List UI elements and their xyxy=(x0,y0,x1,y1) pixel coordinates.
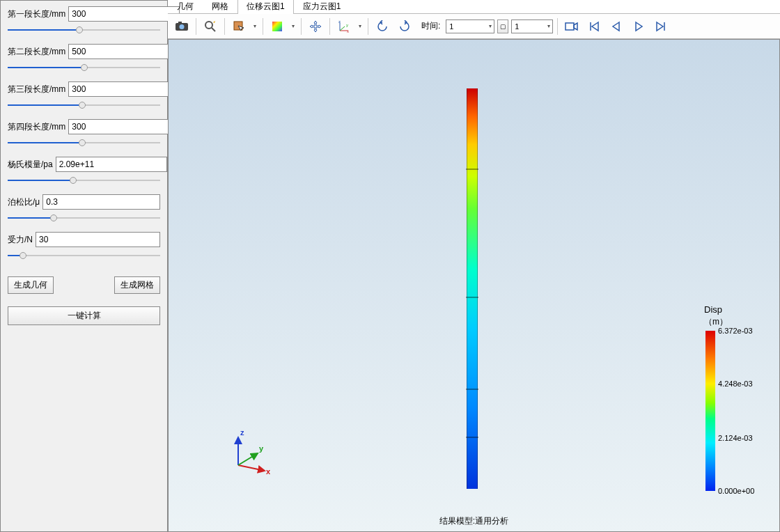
generate-buttons-row: 生成几何 生成网格 xyxy=(8,276,160,294)
play-icon[interactable] xyxy=(629,17,648,36)
svg-rect-6 xyxy=(272,22,282,31)
viewport-toolbar: ▾ ▾ zyx ▾ 时间: 1 ▢ 1 xyxy=(168,14,780,39)
param-label: 受力/N xyxy=(8,234,33,246)
time-label: 时间: xyxy=(421,20,440,32)
param-slider[interactable] xyxy=(8,251,160,260)
skip-end-icon[interactable] xyxy=(651,17,671,36)
dropdown-arrow-icon[interactable]: ▾ xyxy=(251,23,258,29)
legend-tick: 4.248e-03 xyxy=(718,380,753,388)
param-row: 第四段长度/mm xyxy=(8,119,160,147)
svg-point-3 xyxy=(205,22,212,29)
param-slider[interactable] xyxy=(8,214,160,222)
param-slider[interactable] xyxy=(8,101,160,109)
toolbar-separator xyxy=(368,18,368,35)
sidebar: 第一段长度/mm 第二段长度/mm 第三段长度/mm 第四段长度/mm xyxy=(0,0,168,532)
svg-rect-2 xyxy=(178,22,182,24)
svg-rect-13 xyxy=(566,23,574,30)
toolbar-separator xyxy=(196,18,196,35)
param-slider[interactable] xyxy=(8,63,160,72)
rotate-ccw-icon[interactable] xyxy=(373,17,392,36)
param-row: 泊松比/μ xyxy=(8,194,160,222)
param-input[interactable] xyxy=(68,119,180,134)
zoom-icon[interactable] xyxy=(201,17,220,36)
param-slider[interactable] xyxy=(8,26,160,34)
param-label: 泊松比/μ xyxy=(8,196,40,208)
compute-row: 一键计算 xyxy=(8,306,160,325)
tab-0[interactable]: 几何 xyxy=(168,0,203,14)
dropdown-arrow-icon[interactable]: ▾ xyxy=(357,23,364,29)
toolbar-separator xyxy=(557,18,558,35)
result-tabs: 几何网格位移云图1应力云图1 xyxy=(168,0,780,14)
toolbar-separator xyxy=(263,18,263,35)
param-input[interactable] xyxy=(68,6,180,22)
param-input[interactable] xyxy=(56,157,167,172)
svg-line-4 xyxy=(212,28,215,31)
cube-render-icon[interactable] xyxy=(267,17,287,36)
legend-title: Disp xyxy=(704,304,767,315)
svg-text:x: x xyxy=(347,29,349,33)
beam-result xyxy=(467,88,478,489)
skip-start-icon[interactable] xyxy=(584,17,604,36)
param-row: 杨氏模量/pa xyxy=(8,157,160,185)
param-label: 第一段长度/mm xyxy=(8,8,65,20)
param-label: 第二段长度/mm xyxy=(8,46,65,58)
param-input[interactable] xyxy=(42,194,160,210)
param-slider[interactable] xyxy=(8,139,160,147)
param-label: 第三段长度/mm xyxy=(8,84,65,95)
svg-line-15 xyxy=(238,465,265,471)
param-slider[interactable] xyxy=(8,176,160,185)
screenshot-icon[interactable] xyxy=(172,17,192,36)
axis-view-icon[interactable]: zyx xyxy=(334,17,354,36)
svg-text:y: y xyxy=(259,444,264,453)
svg-text:y: y xyxy=(346,23,348,27)
step-down-button[interactable]: ▢ xyxy=(497,19,508,33)
param-row: 第一段长度/mm xyxy=(8,6,160,34)
svg-text:z: z xyxy=(240,428,244,437)
dropdown-arrow-icon[interactable]: ▾ xyxy=(290,23,297,29)
legend-tick: 2.124e-03 xyxy=(718,434,753,442)
result-viewport[interactable]: z y x 结果模型:通用分析 Disp （m） 6.372e-034.248e… xyxy=(168,39,780,532)
toolbar-separator xyxy=(301,18,302,35)
axis-triad: z y x xyxy=(231,427,280,476)
param-input[interactable] xyxy=(68,81,180,97)
step-dropdown[interactable]: 1 xyxy=(511,19,553,33)
legend-tick: 0.000e+00 xyxy=(718,487,754,495)
play-reverse-icon[interactable] xyxy=(607,17,626,36)
generate-mesh-button[interactable]: 生成网格 xyxy=(114,276,160,294)
record-icon[interactable] xyxy=(562,17,582,36)
toolbar-separator xyxy=(329,18,330,35)
main-area: 几何网格位移云图1应力云图1 ▾ ▾ zyx ▾ xyxy=(168,0,780,532)
generate-geometry-button[interactable]: 生成几何 xyxy=(8,276,54,294)
param-row: 第二段长度/mm xyxy=(8,44,160,72)
param-label: 第四段长度/mm xyxy=(8,121,65,133)
param-input[interactable] xyxy=(68,44,180,59)
legend-colorbar: 6.372e-034.248e-032.124e-030.000e+00 xyxy=(705,331,715,491)
legend-tick: 6.372e-03 xyxy=(718,327,753,335)
param-row: 第三段长度/mm xyxy=(8,81,160,109)
rotate-cw-icon[interactable] xyxy=(395,17,414,36)
svg-text:z: z xyxy=(338,20,341,24)
svg-point-1 xyxy=(180,24,185,29)
tab-3[interactable]: 应力云图1 xyxy=(294,0,350,14)
time-dropdown[interactable]: 1 xyxy=(446,19,494,33)
param-input[interactable] xyxy=(36,232,160,247)
svg-text:x: x xyxy=(266,467,271,476)
svg-line-16 xyxy=(238,453,258,465)
viewport-caption: 结果模型:通用分析 xyxy=(169,515,779,527)
param-row: 受力/N xyxy=(8,232,160,260)
tab-1[interactable]: 网格 xyxy=(203,0,237,14)
svg-line-9 xyxy=(340,26,345,31)
toolbar-separator xyxy=(224,18,225,35)
param-label: 杨氏模量/pa xyxy=(8,159,53,171)
color-legend: Disp （m） 6.372e-034.248e-032.124e-030.00… xyxy=(704,304,767,491)
move-icon[interactable] xyxy=(306,17,325,36)
selection-icon[interactable] xyxy=(229,17,249,36)
tab-2[interactable]: 位移云图1 xyxy=(237,0,294,14)
compute-button[interactable]: 一键计算 xyxy=(8,306,160,325)
